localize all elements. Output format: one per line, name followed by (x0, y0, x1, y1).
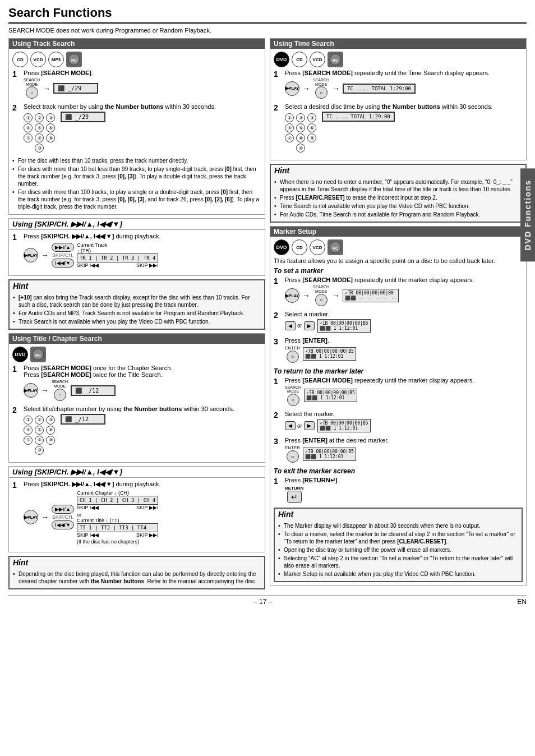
title-chapter-step2: 2 Select title/chapter number by using t… (12, 405, 261, 457)
search-mode-btn5: SEARCHMODE ○ (285, 385, 301, 406)
using-track-search-section: Using Track Search CD VCD MP3 RC 1 Press… (8, 38, 265, 215)
exit-marker-title: To exit the marker screen (274, 467, 523, 475)
return-marker-display1: ✓7B 00|00|00|00|B5 ⬛⬛ 1 1:12:01 (304, 389, 357, 402)
chapter-display1: ⬛ _/12 (71, 385, 116, 396)
cd-icon: CD (12, 52, 28, 67)
step-number: 1 (12, 481, 20, 490)
bullet-item: For the disc with less than 10 tracks, p… (12, 157, 261, 164)
return-marker-title: To return to the marker later (274, 367, 523, 375)
cd-icon3: CD (292, 239, 307, 255)
enter-btn1: ENTER ○ (285, 345, 300, 363)
hint-box-2: Hint Depending on the disc being played,… (8, 556, 265, 589)
time-search-step2: 2 Select a desired disc time by using th… (274, 103, 523, 154)
hint-bullet: Time Search is not available when you pl… (274, 202, 522, 210)
time-display2: TC .... TOTAL 1:29:00 (322, 112, 395, 122)
marker-setup-disc-icons: DVD CD VCD RC (274, 239, 523, 255)
step-number: 2 (12, 103, 20, 112)
to-return-marker: To return to the marker later 1 Press [S… (274, 367, 523, 464)
skip-down-btn2: I◀◀/▼ (52, 520, 74, 529)
return-marker-step2: 2 Select the marker. ◀ or ▶ ✓7B 00| (274, 411, 523, 434)
return-marker-step1: 1 Press [SEARCH MODE] repeatedly until t… (274, 377, 523, 408)
vcd-icon2: VCD (310, 52, 325, 67)
cd-icon2: CD (292, 52, 307, 67)
display2: ⬛ _/29 (61, 112, 105, 122)
hint-bullet: When there is no need to enter a number,… (274, 178, 522, 193)
hint-bullets-time: When there is no need to enter a number,… (274, 178, 522, 218)
play-btn5: ▶PLAY (285, 288, 299, 303)
title-chapter-disc-icons: DVD RC (12, 347, 261, 362)
hint-bullet: Depending on the disc being played, this… (13, 570, 261, 585)
enter-btn2: ENTER ○ (285, 445, 300, 463)
track-search-bullets: For the disc with less than 10 tracks, p… (12, 157, 261, 210)
step-number: 2 (274, 411, 282, 420)
return-marker-step3: 3 Press [ENTER] at the desired marker. E… (274, 437, 523, 464)
set-marker-step2: 2 Select a marker. ◀ or ▶ ✓1B 00|00 (274, 311, 523, 334)
play-btn2: ▶PLAY (24, 383, 38, 398)
remote-icon: RC (66, 52, 82, 67)
hint-box-marker: Hint The Marker display will disappear i… (274, 508, 523, 582)
dvd-icon2: DVD (274, 52, 289, 67)
track-search-step2: 2 Select track number by using the Numbe… (12, 103, 261, 154)
right-btn: ▶ (304, 321, 315, 330)
step-number: 2 (274, 103, 282, 112)
hint-bullet: Opening the disc tray or turning off the… (278, 546, 518, 554)
to-set-marker: To set a marker 1 Press [SEARCH MODE] re… (274, 267, 523, 364)
time-search-disc-icons: DVD CD VCD RC (274, 52, 523, 67)
step-number: 1 (274, 276, 282, 285)
exit-marker-step1: 1 Press [RETURN↵]. RETURN ↵ (274, 477, 523, 505)
track-search-step1: 1 Press [SEARCH MODE]. SEARCHMODE ○ → ⬛ … (12, 70, 261, 100)
hint-bullet: [+10] can also bring the Track search di… (13, 294, 261, 308)
svg-text:RC: RC (35, 353, 41, 357)
page-subtitle: SEARCH MODE does not work during Program… (8, 27, 527, 34)
dvd-functions-sidebar: DVD Functions (520, 168, 535, 261)
hint-title4: Hint (275, 509, 522, 520)
hint-bullet: To clear a marker, select the marker to … (278, 531, 518, 545)
hint-box-1: Hint [+10] can also bring the Track sear… (8, 279, 265, 330)
step-number: 3 (274, 337, 282, 346)
skip-ch1-step1: 1 Press [SKIP/CH. ▶▶I/▲, I◀◀/▼] during p… (12, 233, 261, 270)
footer-center: – 17 – (253, 598, 272, 606)
skip-ch-1-header: Using [SKIP/CH. ▶▶I/▲, I◀◀/▼] (9, 219, 265, 230)
using-title-chapter-section: Using Title / Chapter Search DVD RC 1 Pr… (8, 333, 265, 462)
hint-title2: Hint (10, 557, 264, 568)
svg-text:RC: RC (333, 58, 338, 62)
lr-buttons2: ◀ or ▶ (285, 421, 315, 430)
dvd-icon: DVD (12, 347, 28, 362)
using-skip-ch-2-section: Using [SKIP/CH. ▶▶I/▲, I◀◀/▼] 1 Press [S… (8, 466, 265, 552)
chapter-display2: ⬛ _/12 (61, 414, 105, 425)
marker-display2: ✓1B 00|00|00|00|B5 ⬛⬛ 1 1:12:01 (317, 319, 371, 333)
marker-intro: This feature allows you to assign a spec… (274, 257, 523, 264)
vcd-icon: VCD (30, 52, 46, 67)
dvd-icon3: DVD (274, 239, 289, 255)
search-mode-btn4: SEARCHMODE ○ (313, 285, 329, 306)
lr-buttons: ◀ or ▶ (285, 321, 315, 330)
play-btn3: ▶PLAY (24, 510, 38, 524)
hint-bullets-marker: The Marker display will disappear in abo… (278, 522, 518, 578)
using-skip-ch-1-section: Using [SKIP/CH. ▶▶I/▲, I◀◀/▼] 1 Press [S… (8, 218, 265, 276)
title-chapter-header: Using Title / Chapter Search (9, 334, 265, 344)
hint-bullet: The Marker display will disappear in abo… (278, 522, 518, 529)
mp3-icon: MP3 (48, 52, 64, 67)
hint-bullet: Selecting "AC" at step 2 in the section … (278, 555, 518, 569)
remote-icon4: RC (328, 239, 343, 255)
track-search-header: Using Track Search (9, 39, 265, 49)
remote-icon3: RC (328, 52, 343, 67)
hint-bullet: Press [CLEAR/C.RESET] to erase the incor… (274, 194, 522, 201)
step-number: 3 (274, 437, 282, 446)
marker-display3: ✓7B 00|00|00|00|B5 ⬛⬛ 1 1:12:01 (303, 347, 356, 361)
step-number: 1 (274, 70, 282, 79)
play-btn: ▶PLAY (24, 248, 38, 262)
skip-ch-2-header: Using [SKIP/CH. ▶▶I/▲, I◀◀/▼] (9, 467, 265, 478)
to-exit-marker: To exit the marker screen 1 Press [RETUR… (274, 467, 523, 505)
bullet-item: For discs with more than 10 but less tha… (12, 165, 261, 187)
hint-title3: Hint (271, 165, 525, 176)
hint-title: Hint (10, 280, 264, 292)
time-search-header: Using Time Search (270, 39, 526, 49)
return-marker-display3: ✓7B 00|00|00|00|B5 ⬛⬛ 1 1:12:01 (303, 448, 356, 461)
step-number: 2 (274, 311, 282, 320)
page-title: Search Functions (8, 6, 527, 24)
title-chapter-step1: 1 Press [SEARCH MODE] once for the Chapt… (12, 365, 261, 402)
footer-right: EN (517, 598, 527, 606)
step-number: 1 (274, 477, 282, 486)
time-search-step1: 1 Press [SEARCH MODE] repeatedly until t… (274, 70, 523, 100)
